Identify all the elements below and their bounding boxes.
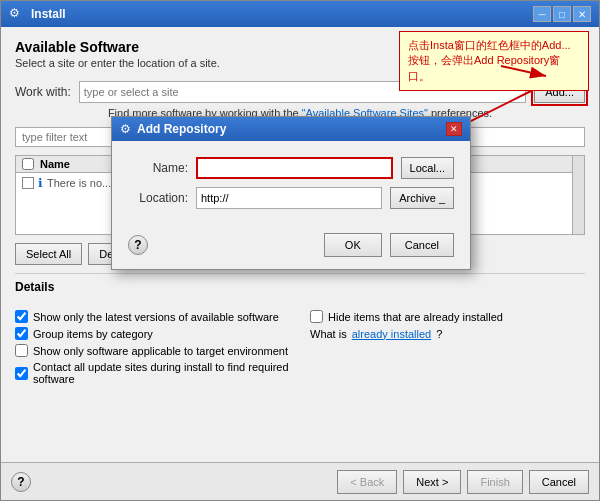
dialog-title-bar: ⚙ Add Repository ✕ [112,117,470,141]
checkbox-label-7: Contact all update sites during install … [33,361,290,385]
checkbox-row-1: Show only the latest versions of availab… [15,310,290,323]
bottom-bar: ? < Back Next > Finish Cancel [1,462,599,500]
select-all-button[interactable]: Select All [15,243,82,265]
details-section: Details [15,273,585,298]
row-checkbox[interactable] [22,177,34,189]
dialog-content: Name: Local... Location: Archive _ [112,141,470,227]
location-input[interactable] [196,187,382,209]
checkbox-1[interactable] [15,310,28,323]
main-window: ⚙ Install ─ □ ✕ Available Software Selec… [0,0,600,501]
info-icon: ℹ [38,176,43,190]
close-button[interactable]: ✕ [573,6,591,22]
checkbox-row-5: Show only software applicable to target … [15,344,290,357]
cancel-button[interactable]: Cancel [529,470,589,494]
local-button[interactable]: Local... [401,157,454,179]
maximize-button[interactable]: □ [553,6,571,22]
checkbox-2[interactable] [310,310,323,323]
work-with-label: Work with: [15,85,71,99]
checkbox-label-1: Show only the latest versions of availab… [33,311,279,323]
checkbox-7[interactable] [15,367,28,380]
checkbox-row-4: What is already installed? [310,327,585,340]
dialog-close-button[interactable]: ✕ [446,122,462,136]
title-bar: ⚙ Install ─ □ ✕ [1,1,599,27]
name-field-row: Name: Local... [128,157,454,179]
checkbox-5[interactable] [15,344,28,357]
annotation-text: 点击Insta窗口的红色框中的Add...按钮，会弹出Add Repositor… [408,39,571,82]
checkbox-label-2: Hide items that are already installed [328,311,503,323]
finish-button[interactable]: Finish [467,470,522,494]
next-button[interactable]: Next > [403,470,461,494]
details-label: Details [15,280,585,294]
row-text: There is no... [47,177,111,189]
annotation-box: 点击Insta窗口的红色框中的Add...按钮，会弹出Add Repositor… [399,31,589,91]
name-input[interactable] [196,157,393,179]
checkbox-3[interactable] [15,327,28,340]
window-icon: ⚙ [9,6,25,22]
scrollbar[interactable] [572,156,584,234]
window-controls: ─ □ ✕ [533,6,591,22]
dialog-help-button[interactable]: ? [128,235,148,255]
bottom-right: < Back Next > Finish Cancel [337,470,589,494]
checkbox-label-5: Show only software applicable to target … [33,345,288,357]
ok-button[interactable]: OK [324,233,382,257]
help-button[interactable]: ? [11,472,31,492]
checkboxes-section: Show only the latest versions of availab… [15,310,585,385]
what-is-label: What is [310,328,347,340]
already-installed-link[interactable]: already installed [352,328,432,340]
checkbox-row-6 [310,344,585,357]
table-header-checkbox[interactable] [22,158,34,170]
checkbox-label-3: Group items by category [33,328,153,340]
dialog-title: Add Repository [137,122,440,136]
minimize-button[interactable]: ─ [533,6,551,22]
dialog-help: ? [128,235,148,255]
name-column-header: Name [40,158,70,170]
back-button[interactable]: < Back [337,470,397,494]
location-field-row: Location: Archive _ [128,187,454,209]
name-label: Name: [128,161,188,175]
location-label: Location: [128,191,188,205]
bottom-left: ? [11,472,31,492]
dialog-footer-buttons: OK Cancel [324,233,454,257]
archive-button[interactable]: Archive _ [390,187,454,209]
checkbox-row-7: Contact all update sites during install … [15,361,290,385]
dialog-footer: ? OK Cancel [112,227,470,269]
dialog-cancel-button[interactable]: Cancel [390,233,454,257]
add-repository-dialog: ⚙ Add Repository ✕ Name: Local... Locati… [111,116,471,270]
window-title: Install [31,7,527,21]
checkbox-row-3: Group items by category [15,327,290,340]
dialog-icon: ⚙ [120,122,131,136]
checkbox-row-2: Hide items that are already installed [310,310,585,323]
